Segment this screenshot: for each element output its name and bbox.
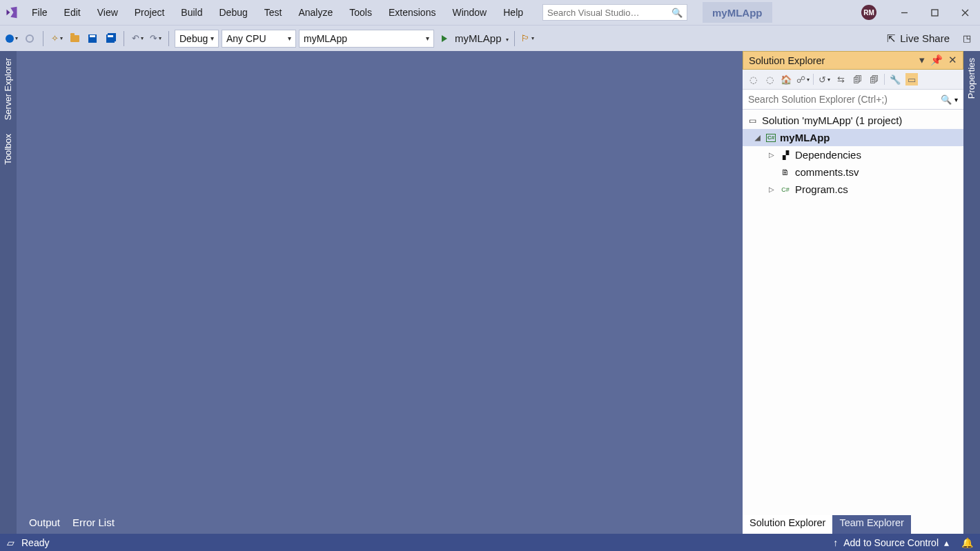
nav-back-button[interactable] (4, 31, 19, 46)
notifications-icon[interactable]: 🔔 (961, 537, 973, 548)
output-tab[interactable]: Output (26, 514, 63, 534)
file-node-comments[interactable]: 🗎 comments.tsv (743, 163, 963, 181)
start-debug-button[interactable] (437, 31, 452, 46)
menu-extensions[interactable]: Extensions (380, 0, 444, 25)
se-refresh-icon[interactable]: 🗐 (851, 73, 863, 86)
search-icon: 🔍 (672, 8, 683, 18)
standard-toolbar: ✧ ↶ ↷ Debug▾ Any CPU▾ myMLApp▾ myMLApp 🏳… (0, 25, 980, 51)
quick-launch-search[interactable]: 🔍 (542, 4, 687, 21)
se-properties-icon[interactable]: 🔧 (889, 73, 901, 86)
nav-forward-button[interactable] (22, 31, 37, 46)
open-file-button[interactable] (67, 31, 82, 46)
solution-icon: ▭ (747, 115, 758, 126)
file-node-program[interactable]: ▷ C# Program.cs (743, 181, 963, 198)
se-back-icon[interactable]: ◌ (747, 73, 759, 86)
menu-debug[interactable]: Debug (211, 0, 256, 25)
add-to-source-control[interactable]: Add to Source Control (843, 537, 939, 548)
status-mode-icon: ▱ (7, 537, 14, 548)
solution-explorer-title: Solution Explorer (749, 55, 825, 66)
menu-help[interactable]: Help (495, 0, 531, 25)
save-all-button[interactable] (103, 31, 118, 46)
menu-build[interactable]: Build (173, 0, 210, 25)
startup-project-combo[interactable]: myMLApp▾ (299, 30, 434, 48)
document-area: Output Error List (17, 51, 743, 534)
configuration-value: Debug (179, 33, 208, 44)
menu-analyze[interactable]: Analyze (290, 0, 341, 25)
platform-value: Any CPU (226, 33, 266, 44)
menu-edit[interactable]: Edit (56, 0, 89, 25)
publish-up-icon: ↑ (833, 537, 838, 548)
error-list-tab[interactable]: Error List (70, 514, 117, 534)
file-label: Program.cs (795, 183, 848, 195)
se-home-icon[interactable]: 🏠 (780, 73, 792, 86)
dependencies-icon: ▞ (780, 150, 791, 161)
solution-explorer-titlebar[interactable]: Solution Explorer ▾ 📌 ✕ (743, 51, 963, 70)
close-icon[interactable]: ✕ (948, 54, 957, 66)
csharp-project-icon: C# (766, 134, 776, 142)
se-forward-icon[interactable]: ◌ (763, 73, 776, 86)
csharp-file-icon: C# (780, 184, 791, 195)
se-collapse-icon[interactable]: 🗐 (868, 73, 880, 86)
chevron-right-icon[interactable]: ▷ (767, 151, 776, 159)
bottom-tool-tabs: Output Error List (26, 513, 117, 534)
undo-button[interactable]: ↶ (130, 31, 145, 46)
window-minimize-button[interactable] (889, 0, 919, 25)
chevron-right-icon[interactable]: ▷ (767, 186, 776, 193)
configuration-combo[interactable]: Debug▾ (175, 30, 219, 48)
chevron-up-icon[interactable]: ▴ (944, 537, 949, 548)
solution-label: Solution 'myMLApp' (1 project) (762, 114, 902, 126)
quick-launch-input[interactable] (547, 8, 672, 18)
team-explorer-tab[interactable]: Team Explorer (832, 515, 910, 534)
search-icon: 🔍 (941, 94, 952, 105)
solution-explorer-toolbar: ◌ ◌ 🏠 ☍ ↺ ⇆ 🗐 🗐 🔧 ▭ (743, 70, 963, 90)
chevron-down-icon[interactable]: ◢ (754, 134, 762, 141)
solution-explorer-tab[interactable]: Solution Explorer (743, 515, 832, 534)
save-button[interactable] (85, 31, 100, 46)
status-text: Ready (21, 537, 49, 548)
menu-file[interactable]: File (23, 0, 56, 25)
menu-project[interactable]: Project (126, 0, 173, 25)
user-avatar[interactable]: RM (861, 5, 876, 20)
pin-icon[interactable]: 📌 (930, 54, 943, 66)
title-bar: File Edit View Project Build Debug Test … (0, 0, 980, 25)
solution-node[interactable]: ▭ Solution 'myMLApp' (1 project) (743, 112, 963, 129)
find-in-files-button[interactable]: 🏳 (520, 31, 536, 46)
solution-explorer-search[interactable]: 🔍▾ (743, 90, 963, 110)
dependencies-node[interactable]: ▷ ▞ Dependencies (743, 146, 963, 163)
toolbox-tab[interactable]: Toolbox (0, 127, 17, 172)
menu-window[interactable]: Window (444, 0, 495, 25)
file-label: comments.tsv (795, 166, 859, 178)
se-switch-view-icon[interactable]: ☍ (796, 73, 809, 86)
menu-view[interactable]: View (89, 0, 126, 25)
se-sync-icon[interactable]: ⇆ (834, 73, 847, 86)
redo-button[interactable]: ↷ (148, 31, 163, 46)
start-target-dropdown[interactable] (504, 33, 509, 43)
solution-name-chip: myMLApp (703, 2, 772, 23)
dependencies-label: Dependencies (795, 149, 861, 161)
server-explorer-tab[interactable]: Server Explorer (0, 51, 17, 127)
solution-explorer-panel: Solution Explorer ▾ 📌 ✕ ◌ ◌ 🏠 ☍ ↺ ⇆ 🗐 🗐 … (743, 51, 963, 534)
live-share-icon: ⇱ (887, 32, 896, 45)
project-label: myMLApp (780, 132, 830, 143)
window-maximize-button[interactable] (919, 0, 950, 25)
main-area: Server Explorer Toolbox Output Error Lis… (0, 51, 980, 534)
platform-combo[interactable]: Any CPU▾ (222, 30, 296, 48)
window-position-icon[interactable]: ▾ (919, 54, 925, 66)
left-tool-wells: Server Explorer Toolbox (0, 51, 17, 534)
start-target-label[interactable]: myMLApp (455, 32, 502, 44)
project-node[interactable]: ◢ C# myMLApp (743, 129, 963, 146)
se-preview-icon[interactable]: ▭ (905, 73, 918, 86)
solution-explorer-search-input[interactable] (748, 94, 941, 105)
startup-project-value: myMLApp (304, 33, 347, 44)
window-close-button[interactable] (950, 0, 980, 25)
live-share-button[interactable]: ⇱ Live Share (880, 32, 957, 45)
status-bar: ▱ Ready ↑ Add to Source Control ▴ 🔔 (0, 534, 980, 551)
new-project-button[interactable]: ✧ (49, 31, 64, 46)
properties-tab[interactable]: Properties (963, 51, 979, 106)
se-pending-changes-icon[interactable]: ↺ (818, 73, 830, 86)
menu-tools[interactable]: Tools (341, 0, 380, 25)
vs-logo-icon (0, 6, 23, 19)
menu-test[interactable]: Test (256, 0, 291, 25)
right-tool-wells: Properties (963, 51, 980, 534)
feedback-button[interactable]: ◳ (959, 31, 974, 46)
